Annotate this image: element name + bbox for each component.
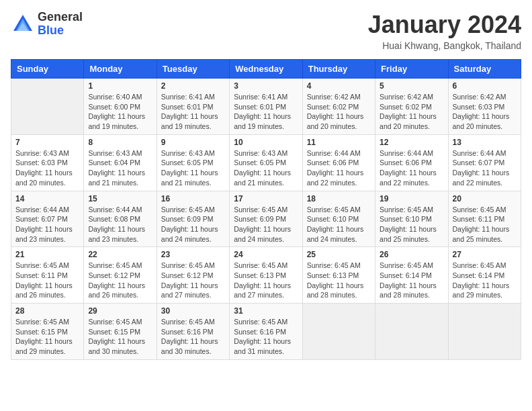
calendar-cell (302, 304, 375, 360)
logo-icon (11, 12, 35, 36)
day-info: Sunrise: 6:45 AM Sunset: 6:13 PM Dayligh… (234, 261, 298, 300)
calendar-cell: 3Sunrise: 6:41 AM Sunset: 6:01 PM Daylig… (230, 79, 302, 135)
weekday-header-monday: Monday (84, 60, 157, 79)
day-info: Sunrise: 6:45 AM Sunset: 6:11 PM Dayligh… (453, 205, 517, 244)
calendar-cell: 4Sunrise: 6:42 AM Sunset: 6:02 PM Daylig… (302, 79, 375, 135)
page-header: General Blue January 2024 Huai Khwang, B… (11, 11, 521, 51)
calendar-cell: 22Sunrise: 6:45 AM Sunset: 6:12 PM Dayli… (84, 247, 157, 304)
calendar-cell: 27Sunrise: 6:45 AM Sunset: 6:14 PM Dayli… (448, 247, 521, 304)
calendar-cell: 6Sunrise: 6:42 AM Sunset: 6:03 PM Daylig… (448, 79, 521, 135)
calendar-cell: 15Sunrise: 6:44 AM Sunset: 6:08 PM Dayli… (84, 191, 157, 247)
calendar-cell: 7Sunrise: 6:43 AM Sunset: 6:03 PM Daylig… (11, 134, 84, 191)
day-number: 3 (234, 81, 298, 91)
day-info: Sunrise: 6:45 AM Sunset: 6:13 PM Dayligh… (307, 261, 371, 300)
day-info: Sunrise: 6:45 AM Sunset: 6:16 PM Dayligh… (234, 317, 298, 357)
weekday-header-sunday: Sunday (11, 60, 84, 79)
day-info: Sunrise: 6:45 AM Sunset: 6:14 PM Dayligh… (380, 261, 443, 300)
day-number: 13 (453, 138, 517, 147)
logo-blue-text: Blue (38, 24, 64, 37)
day-number: 31 (234, 306, 298, 316)
calendar-cell: 31Sunrise: 6:45 AM Sunset: 6:16 PM Dayli… (230, 304, 302, 360)
calendar-cell (375, 304, 448, 360)
calendar-table: SundayMondayTuesdayWednesdayThursdayFrid… (11, 59, 521, 360)
day-number: 15 (88, 194, 152, 203)
day-info: Sunrise: 6:41 AM Sunset: 6:01 PM Dayligh… (161, 92, 225, 132)
calendar-cell: 2Sunrise: 6:41 AM Sunset: 6:01 PM Daylig… (157, 79, 229, 135)
day-info: Sunrise: 6:41 AM Sunset: 6:01 PM Dayligh… (234, 92, 298, 132)
day-info: Sunrise: 6:42 AM Sunset: 6:02 PM Dayligh… (307, 92, 371, 132)
day-number: 17 (234, 194, 298, 203)
calendar-cell: 18Sunrise: 6:45 AM Sunset: 6:10 PM Dayli… (302, 191, 375, 247)
day-number: 4 (307, 81, 371, 91)
calendar-week-row: 28Sunrise: 6:45 AM Sunset: 6:15 PM Dayli… (11, 304, 521, 360)
calendar-cell (448, 304, 521, 360)
day-number: 22 (88, 250, 152, 259)
weekday-header-thursday: Thursday (302, 60, 375, 79)
day-info: Sunrise: 6:44 AM Sunset: 6:06 PM Dayligh… (380, 148, 443, 188)
calendar-cell: 26Sunrise: 6:45 AM Sunset: 6:14 PM Dayli… (375, 247, 448, 304)
day-number: 16 (161, 194, 225, 203)
day-info: Sunrise: 6:44 AM Sunset: 6:07 PM Dayligh… (15, 205, 79, 244)
calendar-cell: 20Sunrise: 6:45 AM Sunset: 6:11 PM Dayli… (448, 191, 521, 247)
calendar-cell: 28Sunrise: 6:45 AM Sunset: 6:15 PM Dayli… (11, 304, 84, 360)
title-block: January 2024 Huai Khwang, Bangkok, Thail… (368, 11, 521, 51)
day-info: Sunrise: 6:44 AM Sunset: 6:08 PM Dayligh… (88, 205, 152, 244)
logo-general-text: General (38, 10, 83, 24)
weekday-header-friday: Friday (375, 60, 448, 79)
day-info: Sunrise: 6:44 AM Sunset: 6:06 PM Dayligh… (307, 148, 371, 188)
calendar-week-row: 7Sunrise: 6:43 AM Sunset: 6:03 PM Daylig… (11, 134, 521, 191)
calendar-cell: 17Sunrise: 6:45 AM Sunset: 6:09 PM Dayli… (230, 191, 302, 247)
day-number: 7 (15, 138, 79, 147)
weekday-header-row: SundayMondayTuesdayWednesdayThursdayFrid… (11, 60, 521, 79)
day-number: 24 (234, 250, 298, 259)
day-info: Sunrise: 6:45 AM Sunset: 6:10 PM Dayligh… (380, 205, 443, 244)
day-info: Sunrise: 6:43 AM Sunset: 6:05 PM Dayligh… (234, 148, 298, 188)
day-info: Sunrise: 6:40 AM Sunset: 6:00 PM Dayligh… (88, 92, 152, 132)
calendar-cell: 1Sunrise: 6:40 AM Sunset: 6:00 PM Daylig… (84, 79, 157, 135)
day-info: Sunrise: 6:45 AM Sunset: 6:09 PM Dayligh… (161, 205, 225, 244)
calendar-cell: 12Sunrise: 6:44 AM Sunset: 6:06 PM Dayli… (375, 134, 448, 191)
calendar-cell (11, 79, 84, 135)
calendar-cell: 16Sunrise: 6:45 AM Sunset: 6:09 PM Dayli… (157, 191, 229, 247)
day-number: 11 (307, 138, 371, 147)
day-number: 21 (15, 250, 79, 259)
calendar-cell: 8Sunrise: 6:43 AM Sunset: 6:04 PM Daylig… (84, 134, 157, 191)
day-info: Sunrise: 6:42 AM Sunset: 6:03 PM Dayligh… (453, 92, 517, 132)
calendar-cell: 29Sunrise: 6:45 AM Sunset: 6:15 PM Dayli… (84, 304, 157, 360)
day-number: 26 (380, 250, 443, 259)
day-info: Sunrise: 6:45 AM Sunset: 6:16 PM Dayligh… (161, 317, 225, 357)
day-number: 29 (88, 306, 152, 316)
day-number: 30 (161, 306, 225, 316)
day-number: 2 (161, 81, 225, 91)
weekday-header-tuesday: Tuesday (157, 60, 229, 79)
calendar-cell: 30Sunrise: 6:45 AM Sunset: 6:16 PM Dayli… (157, 304, 229, 360)
day-number: 23 (161, 250, 225, 259)
calendar-cell: 13Sunrise: 6:44 AM Sunset: 6:07 PM Dayli… (448, 134, 521, 191)
day-info: Sunrise: 6:45 AM Sunset: 6:14 PM Dayligh… (453, 261, 517, 300)
day-info: Sunrise: 6:45 AM Sunset: 6:15 PM Dayligh… (88, 317, 152, 357)
day-number: 20 (453, 194, 517, 203)
weekday-header-wednesday: Wednesday (230, 60, 302, 79)
calendar-week-row: 1Sunrise: 6:40 AM Sunset: 6:00 PM Daylig… (11, 79, 521, 135)
calendar-cell: 24Sunrise: 6:45 AM Sunset: 6:13 PM Dayli… (230, 247, 302, 304)
day-number: 1 (88, 81, 152, 91)
location-text: Huai Khwang, Bangkok, Thailand (368, 40, 521, 51)
day-info: Sunrise: 6:45 AM Sunset: 6:10 PM Dayligh… (307, 205, 371, 244)
calendar-cell: 10Sunrise: 6:43 AM Sunset: 6:05 PM Dayli… (230, 134, 302, 191)
day-info: Sunrise: 6:45 AM Sunset: 6:12 PM Dayligh… (161, 261, 225, 300)
weekday-header-saturday: Saturday (448, 60, 521, 79)
day-number: 28 (15, 306, 79, 316)
calendar-cell: 25Sunrise: 6:45 AM Sunset: 6:13 PM Dayli… (302, 247, 375, 304)
day-info: Sunrise: 6:43 AM Sunset: 6:05 PM Dayligh… (161, 148, 225, 188)
day-info: Sunrise: 6:42 AM Sunset: 6:02 PM Dayligh… (380, 92, 443, 132)
calendar-week-row: 14Sunrise: 6:44 AM Sunset: 6:07 PM Dayli… (11, 191, 521, 247)
calendar-cell: 11Sunrise: 6:44 AM Sunset: 6:06 PM Dayli… (302, 134, 375, 191)
calendar-cell: 21Sunrise: 6:45 AM Sunset: 6:11 PM Dayli… (11, 247, 84, 304)
day-info: Sunrise: 6:43 AM Sunset: 6:04 PM Dayligh… (88, 148, 152, 188)
logo: General Blue (11, 11, 83, 38)
calendar-cell: 19Sunrise: 6:45 AM Sunset: 6:10 PM Dayli… (375, 191, 448, 247)
calendar-cell: 9Sunrise: 6:43 AM Sunset: 6:05 PM Daylig… (157, 134, 229, 191)
calendar-cell: 14Sunrise: 6:44 AM Sunset: 6:07 PM Dayli… (11, 191, 84, 247)
day-number: 19 (380, 194, 443, 203)
calendar-cell: 23Sunrise: 6:45 AM Sunset: 6:12 PM Dayli… (157, 247, 229, 304)
